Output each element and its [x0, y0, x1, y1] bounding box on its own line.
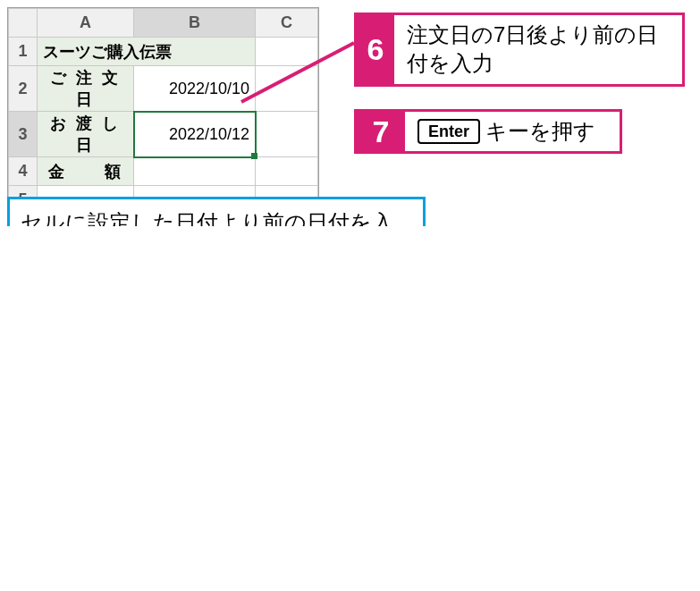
cell-C3[interactable] [256, 112, 318, 157]
row-header-1[interactable]: 1 [9, 38, 38, 66]
enter-keycap: Enter [417, 119, 480, 144]
step-callout-6: 6 注文日の7日後より前の日付を入力 [354, 13, 685, 87]
step-text: Enter キーを押す [405, 112, 608, 151]
explainer-box-error: セルに設定した日付より前の日付を入力しようとしても、エラーメッセージが表示されて… [7, 197, 426, 226]
step-number: 6 [357, 15, 394, 84]
cell-C4[interactable] [256, 157, 318, 186]
row-header-4[interactable]: 4 [9, 157, 38, 186]
cell-C2[interactable] [256, 66, 318, 112]
row-header-2[interactable]: 2 [9, 66, 38, 112]
step-suffix: キーを押す [485, 117, 595, 146]
step-callout-7: 7 Enter キーを押す [354, 109, 622, 154]
cell-amount-value[interactable] [134, 157, 256, 186]
col-header-B[interactable]: B [134, 9, 256, 38]
spreadsheet-fragment: A B C 1 スーツご購入伝票 2 ご 注 文 日 2022/10/10 3 … [7, 7, 319, 215]
cell-order-date-label[interactable]: ご 注 文 日 [38, 66, 134, 112]
col-header-A[interactable]: A [38, 9, 134, 38]
cell-title[interactable]: スーツご購入伝票 [38, 38, 256, 66]
row-header-3[interactable]: 3 [9, 112, 38, 157]
col-header-C[interactable]: C [256, 9, 318, 38]
sheet-corner [9, 9, 38, 38]
cell-amount-label[interactable]: 金 額 [38, 157, 134, 186]
cell-delivery-date-value[interactable]: 2022/10/12 [134, 112, 256, 157]
cell-C1[interactable] [256, 38, 318, 66]
step-text: 注文日の7日後より前の日付を入力 [394, 15, 682, 84]
cell-delivery-date-label[interactable]: お 渡 し 日 [38, 112, 134, 157]
step-number: 7 [357, 112, 405, 151]
cell-order-date-value[interactable]: 2022/10/10 [134, 66, 256, 112]
